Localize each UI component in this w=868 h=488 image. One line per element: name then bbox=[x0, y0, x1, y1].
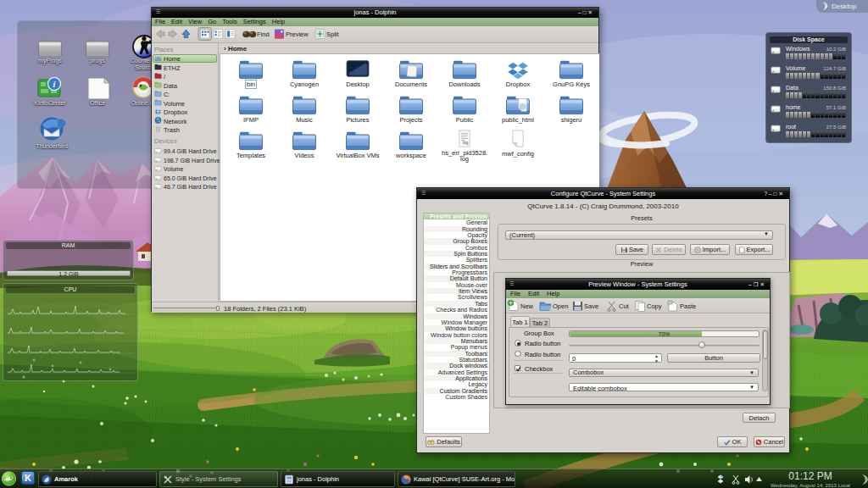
svg-text:i: i bbox=[53, 80, 56, 89]
